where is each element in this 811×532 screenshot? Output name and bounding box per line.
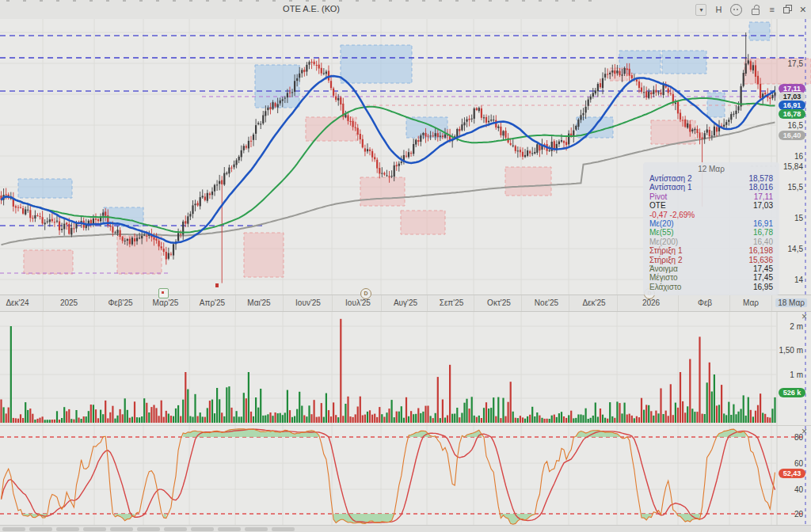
date-axis-label: Φεβ	[698, 298, 712, 307]
date-axis-label: Σεπ'25	[440, 298, 464, 307]
scrollbar-segment[interactable]	[29, 527, 52, 531]
date-axis-label: Δεκ'24	[6, 298, 29, 307]
tooltip-label: Στήριξη 1	[649, 246, 683, 255]
axis-gridline	[678, 295, 679, 311]
tooltip-value: 15,636	[748, 256, 773, 264]
tooltip-value: 18,016	[748, 183, 773, 192]
scrollbar-segment[interactable]	[272, 527, 295, 531]
scrollbar-segment[interactable]	[110, 527, 133, 531]
tooltip-row: Αντίσταση 118,016	[649, 183, 773, 192]
axis-gridline	[332, 295, 333, 311]
axis-gridline	[521, 295, 522, 311]
axis-gridline	[771, 295, 772, 311]
tooltip-label: Μέγιστο	[649, 273, 678, 282]
tooltip-value: 17,11	[754, 192, 773, 201]
tooltip-row: Pivot17,11	[649, 192, 773, 201]
scrollbar-segment[interactable]	[191, 527, 214, 531]
tooltip-row: Αντίσταση 218,578	[649, 174, 773, 183]
tooltip-row: Με(20)16,91	[649, 219, 773, 228]
tooltip-value: 18,578	[748, 174, 773, 183]
price-chart-panel[interactable]: 17,516,51615,8415,51514,51417,1117,0316,…	[0, 19, 811, 294]
svg-text:17,03: 17,03	[783, 93, 801, 101]
stochastic-k-line	[2, 429, 775, 525]
svg-text:2 m: 2 m	[790, 322, 803, 331]
volume-bars	[0, 319, 775, 423]
oscillator-panel[interactable]: 8060402052,43 ×	[0, 425, 811, 526]
tooltip-row: -0,47 -2,69%	[649, 211, 773, 219]
svg-text:15,5: 15,5	[788, 183, 804, 192]
oscillator-axis-labels: 8060402052,43	[779, 433, 805, 519]
svg-text:14: 14	[794, 276, 804, 284]
date-axis-label: 2025	[60, 298, 78, 307]
svg-text:17,5: 17,5	[788, 59, 804, 68]
svg-text:16,91: 16,91	[783, 101, 801, 109]
tooltip-row: Μέγιστο17,45	[649, 273, 773, 282]
tooltip-value: 16,95	[753, 283, 773, 291]
chat-icon[interactable]	[730, 4, 742, 16]
svg-text:16: 16	[794, 152, 804, 161]
volume-panel[interactable]: 2 m1,50 m1 m526 k ×	[0, 310, 811, 426]
svg-text:14,5: 14,5	[788, 245, 804, 253]
scrollbar-segment[interactable]	[56, 527, 79, 531]
oscillator-chart[interactable]: 8060402052,43	[0, 426, 811, 526]
oscillator-close-button[interactable]: ×	[801, 427, 807, 436]
axis-gridline	[43, 295, 44, 311]
volume-chart[interactable]: 2 m1,50 m1 m526 k	[0, 311, 811, 426]
date-axis-label: Νοε'25	[535, 298, 558, 307]
bottom-scrollbar[interactable]	[0, 525, 811, 532]
tooltip-value: 17,45	[753, 264, 773, 273]
tooltip-row: Άνοιγμα17,45	[649, 264, 773, 273]
scrollbar-segment[interactable]	[245, 527, 268, 531]
svg-text:16,5: 16,5	[788, 121, 804, 130]
scrollbar-segment[interactable]	[2, 527, 25, 531]
date-axis-label: Ιουν'25	[295, 298, 321, 307]
tooltip-value: 16,198	[748, 246, 773, 255]
svg-text:17,11: 17,11	[783, 85, 801, 93]
scrollbar-segment[interactable]	[218, 527, 241, 531]
dividend-icon[interactable]: D	[360, 288, 371, 299]
scrollbar-segment[interactable]	[137, 527, 160, 531]
tooltip-value: 16,40	[753, 238, 773, 246]
close-window-icon[interactable]: ×	[800, 3, 806, 16]
axis-gridline	[94, 295, 95, 311]
svg-text:40: 40	[794, 485, 804, 494]
unlock-icon[interactable]	[751, 5, 760, 15]
svg-text:1 m: 1 m	[790, 370, 803, 379]
window-title: OTE A.E. (ΚΟ)	[283, 4, 340, 13]
svg-text:15: 15	[794, 214, 804, 222]
axis-gridline	[569, 295, 569, 311]
tooltip-label: Pivot	[649, 192, 667, 201]
interval-button[interactable]: Η	[715, 5, 722, 14]
date-axis-label: Μαι'25	[247, 298, 270, 307]
svg-text:1,50 m: 1,50 m	[779, 346, 803, 355]
window-controls: ▾ Η ≡ ×	[695, 0, 806, 19]
scrollbar-segment[interactable]	[164, 527, 187, 531]
tooltip-label: Με(55)	[649, 228, 674, 237]
volume-close-button[interactable]: ×	[801, 312, 807, 321]
price-flag-icon[interactable]	[158, 288, 169, 298]
ohlc-tooltip: 12 ΜαρΑντίσταση 218,578Αντίσταση 118,016…	[643, 162, 779, 295]
axis-gridline	[729, 295, 730, 311]
axis-gridline	[474, 295, 474, 311]
date-axis-label: Μαρ	[743, 298, 759, 307]
overbought-oversold-fills	[23, 429, 746, 525]
tooltip-label: Ελάχιστο	[649, 283, 681, 291]
date-axis-label: Φεβ'25	[108, 298, 132, 307]
svg-text:60: 60	[794, 459, 804, 468]
restore-window-icon[interactable]	[783, 6, 791, 13]
date-axis-label: Μαρ'25	[153, 298, 179, 307]
date-axis[interactable]: Δεκ'242025Φεβ'25Μαρ'25Απρ'25Μαι'25Ιουν'2…	[0, 294, 811, 312]
date-axis-label: Δεκ'25	[582, 298, 605, 307]
tooltip-row: Ελάχιστο16,95	[649, 283, 773, 291]
tooltip-row: Με(55)16,78	[649, 228, 773, 237]
tooltip-row: Στήριξη 116,198	[649, 246, 773, 255]
svg-text:16,40: 16,40	[783, 131, 801, 139]
svg-text:16,78: 16,78	[783, 110, 801, 118]
axis-gridline	[381, 295, 382, 311]
menu-icon[interactable]: ≡	[769, 5, 774, 14]
scrollbar-segment[interactable]	[83, 527, 106, 531]
symbol-dropdown-icon[interactable]: ▾	[695, 4, 706, 16]
tooltip-label: Άνοιγμα	[649, 264, 678, 273]
price-axis-badges: 17,1117,0316,9116,7816,40	[779, 84, 805, 140]
window-titlebar: OTE A.E. (ΚΟ) ▾ Η ≡ ×	[0, 0, 811, 20]
